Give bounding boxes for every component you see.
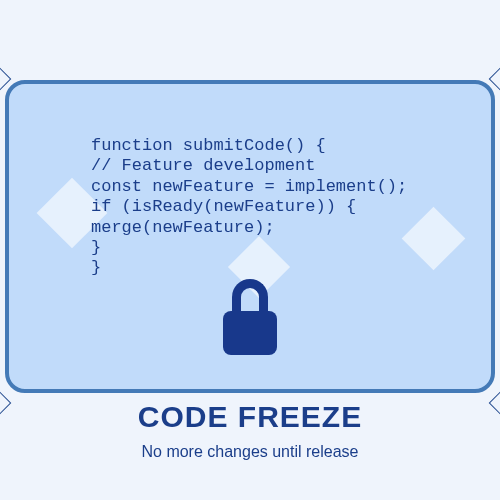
title: CODE FREEZE [0,400,500,434]
lock-icon [220,279,280,359]
ice-crystal [402,207,466,271]
code-snippet: function submitCode() { // Feature devel… [91,136,407,279]
freeze-block: function submitCode() { // Feature devel… [5,80,495,393]
subtitle: No more changes until release [0,443,500,461]
